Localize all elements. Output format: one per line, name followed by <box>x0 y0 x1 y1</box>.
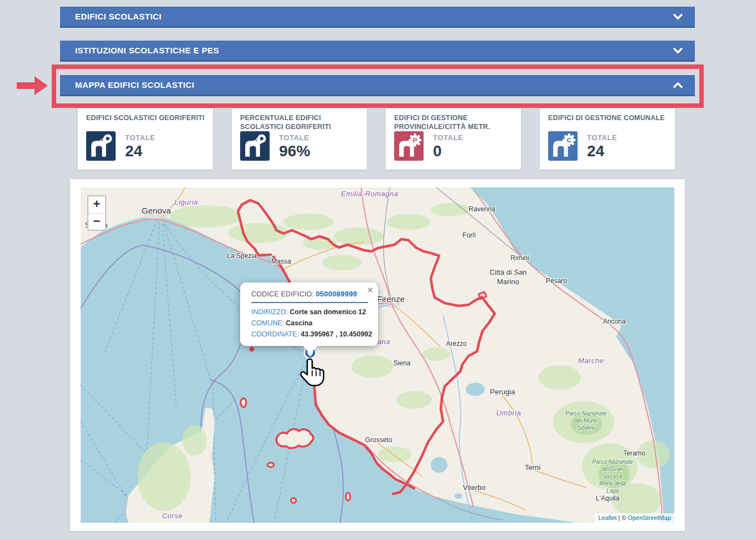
map-label: Emilia-Romagna <box>341 190 398 198</box>
map-label: Firenze <box>377 294 405 304</box>
popup-close-icon[interactable]: × <box>367 285 373 295</box>
map-zoom-control: + − <box>87 195 106 231</box>
map-label: Genova <box>142 206 171 215</box>
stat-card-title: EDIFICI SCOLASTICI GEORIFERITI <box>78 108 213 123</box>
map-label: Viterbo <box>463 483 486 492</box>
map-label: Grosseto <box>365 436 392 444</box>
totale-label: TOTALE <box>587 133 617 142</box>
map-label: Parco Nazionale <box>565 410 606 417</box>
map-label: Terni <box>525 463 540 472</box>
stat-card-gestione-provinciale: EDIFICI DI GESTIONE PROVINCIALE/CITTÀ ME… <box>386 108 521 170</box>
map-label: La Spezia <box>227 252 257 260</box>
chevron-down-icon <box>673 13 683 19</box>
popup-divider <box>251 302 368 303</box>
accordion-label: ISTITUZIONI SCOLASTICHE E PES <box>75 46 219 55</box>
map-label: del Gran <box>602 466 624 472</box>
map-label: Perugia <box>490 388 516 396</box>
map-label: Teramo <box>623 449 645 457</box>
map-label: Pesaro <box>546 277 567 285</box>
map-label: Monti della <box>599 480 626 487</box>
stat-value: 0 <box>433 142 463 160</box>
stat-card-gestione-comunale: EDIFICI DI GESTIONE COMUNALE C TOTALE 24 <box>540 108 675 170</box>
map-label: Marche <box>578 356 604 365</box>
map-label: Rimini <box>510 254 529 262</box>
map-label: Arezzo <box>446 340 467 348</box>
stat-value: 24 <box>125 142 155 160</box>
building-location-pin-icon <box>86 131 116 161</box>
map-label: Parco Nazionale <box>592 459 633 465</box>
svg-text:C: C <box>566 136 571 143</box>
chevron-down-icon <box>673 47 683 53</box>
map-label: Città di San <box>489 268 526 276</box>
chevron-up-icon <box>673 82 683 88</box>
map-label: Liguria <box>175 198 198 206</box>
stat-value: 24 <box>587 142 617 160</box>
stat-card-title: EDIFICI DI GESTIONE PROVINCIALE/CITTÀ ME… <box>386 108 521 131</box>
popup-tail <box>303 346 317 354</box>
totale-label: TOTALE <box>433 133 463 142</box>
map-label: Sibillini <box>577 425 595 431</box>
accordion-istituzioni-scolastiche[interactable]: ISTITUZIONI SCOLASTICHE E PES <box>60 41 695 62</box>
totale-label: TOTALE <box>279 133 310 142</box>
popup-field-comune: COMUNE:Cascina <box>251 319 368 327</box>
popup-field-coordinate: COORDINATE:43.395967 , 10.450992 <box>251 330 368 338</box>
popup-code-value[interactable]: 0500089999 <box>316 290 357 298</box>
accordion-label: EDIFICI SCOLASTICI <box>75 12 162 21</box>
map-label: Ravenna <box>469 205 495 213</box>
stat-card-georiferiti: EDIFICI SCOLASTICI GEORIFERITI TOTALE 24 <box>78 108 213 170</box>
zoom-out-button[interactable]: − <box>88 213 105 230</box>
map-label: Marino <box>497 278 519 286</box>
svg-text:P: P <box>413 136 417 143</box>
leaflet-link[interactable]: Leaflet <box>598 514 616 521</box>
map-label: Ancona <box>603 318 626 325</box>
popup-field-indirizzo: INDIRIZZO:Corte san domenico 12 <box>251 308 368 316</box>
map-label: dei Monti <box>575 418 598 424</box>
leaflet-map[interactable]: LiguriaEmilia-RomagnaToscanaUmbriaMarche… <box>81 187 674 523</box>
accordion-edifici-scolastici[interactable]: EDIFICI SCOLASTICI <box>60 7 695 28</box>
building-gear-icon: C <box>548 131 578 161</box>
stat-card-title: PERCENTUALE EDIFICI SCOLASTICI GEORIFERI… <box>232 108 367 131</box>
map-label: Forlì <box>462 231 476 239</box>
hand-cursor-icon <box>300 358 326 390</box>
totale-label: TOTALE <box>125 133 155 142</box>
annotation-arrow-icon <box>17 76 48 95</box>
stat-card-title: EDIFICI DI GESTIONE COMUNALE <box>540 108 675 123</box>
attribution-separator: | © <box>616 514 628 521</box>
map-label: Corse <box>162 512 182 520</box>
map-attribution: Leaflet | © OpenStreetMap <box>595 513 674 523</box>
map-label: Sasso e <box>603 473 623 479</box>
stat-card-percentuale-georiferiti: PERCENTUALE EDIFICI SCOLASTICI GEORIFERI… <box>232 108 367 170</box>
building-location-pin-icon <box>240 131 270 161</box>
building-gear-icon: P <box>394 131 424 161</box>
building-popup: × CODICE EDIFICIO:0500089999 INDIRIZZO:C… <box>240 283 378 346</box>
popup-code-label: CODICE EDIFICIO: <box>251 290 314 298</box>
accordion-mappa-edifici-scolastici[interactable]: MAPPA EDIFICI SCOLASTICI <box>60 75 695 96</box>
stat-value: 96% <box>279 142 310 160</box>
map-label: Siena <box>394 359 411 367</box>
accordion-label: MAPPA EDIFICI SCOLASTICI <box>75 80 195 90</box>
map-canvas: LiguriaEmilia-RomagnaToscanaUmbriaMarche… <box>81 187 674 523</box>
openstreetmap-link[interactable]: OpenStreetMap <box>628 514 671 521</box>
zoom-in-button[interactable]: + <box>88 196 105 213</box>
map-label: Massa <box>271 257 291 265</box>
map-label: Umbria <box>496 409 521 417</box>
map-label: L'Aquila <box>596 494 620 502</box>
map-label: Laga <box>606 488 619 494</box>
